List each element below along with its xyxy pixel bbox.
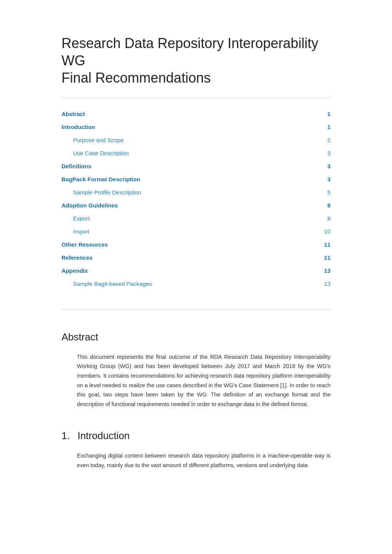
toc-page-number: 2	[323, 136, 331, 145]
introduction-body: Exchanging digital content between resea…	[77, 451, 331, 470]
toc-label[interactable]: Import	[61, 227, 90, 236]
toc-item[interactable]: Definitions3	[61, 160, 331, 173]
toc-label[interactable]: Sample Profile Description	[61, 188, 141, 197]
toc-label[interactable]: References	[61, 253, 93, 262]
toc-page-number: 11	[323, 240, 331, 249]
toc-label[interactable]: Appendix	[61, 266, 88, 275]
toc-item[interactable]: Sample Bagit-based Packages13	[61, 277, 331, 290]
toc-label[interactable]: Definitions	[61, 162, 91, 171]
toc-item[interactable]: Abstract1	[61, 108, 331, 121]
page-container: Research Data Repository Interoperabilit…	[31, 0, 361, 499]
toc-page-number: 5	[323, 188, 331, 197]
toc-page-number: 3	[323, 149, 331, 158]
toc-item[interactable]: Use Case Description3	[61, 147, 331, 160]
title-line2: Final Recommendations	[61, 70, 211, 86]
toc-label[interactable]: Purpose and Scope	[61, 136, 124, 145]
title-line1: Research Data Repository Interoperabilit…	[61, 35, 318, 68]
toc-item[interactable]: References11	[61, 251, 331, 264]
toc-page-number: 11	[323, 253, 331, 262]
toc-page-number: 1	[323, 109, 331, 119]
toc-item[interactable]: Import10	[61, 225, 331, 238]
toc-page-number: 13	[323, 279, 331, 289]
toc-page-number: 3	[323, 175, 331, 184]
toc-item[interactable]: Appendix13	[61, 264, 331, 277]
introduction-heading: 1.Introduction	[61, 428, 331, 444]
toc-label[interactable]: Introduction	[61, 123, 95, 132]
toc-item[interactable]: Adoption Guidelines8	[61, 199, 331, 212]
toc-label[interactable]: Export	[61, 214, 90, 223]
toc-item[interactable]: Introduction1	[61, 121, 331, 134]
toc-label[interactable]: Abstract	[61, 109, 85, 119]
toc-divider	[61, 310, 331, 310]
toc-page-number: 1	[323, 123, 331, 132]
toc-label[interactable]: Adoption Guidelines	[61, 201, 118, 210]
toc-label[interactable]: Other Resources	[61, 240, 108, 249]
toc-label[interactable]: Sample Bagit-based Packages	[61, 279, 152, 289]
abstract-body: This document represents the final outco…	[77, 352, 331, 409]
toc-item[interactable]: BagPack Format Description3	[61, 173, 331, 186]
toc-item[interactable]: Purpose and Scope2	[61, 134, 331, 147]
toc-page-number: 8	[323, 201, 331, 210]
toc-item[interactable]: Other Resources11	[61, 238, 331, 251]
toc-page-number: 8	[323, 214, 331, 223]
document-title: Research Data Repository Interoperabilit…	[61, 35, 331, 86]
title-divider	[61, 98, 331, 98]
toc-label[interactable]: BagPack Format Description	[61, 175, 140, 184]
toc-page-number: 13	[323, 266, 331, 275]
abstract-heading: Abstract	[61, 329, 331, 345]
toc-page-number: 3	[323, 162, 331, 171]
toc-item[interactable]: Export8	[61, 212, 331, 225]
toc-label[interactable]: Use Case Description	[61, 149, 129, 158]
toc-page-number: 10	[323, 227, 331, 236]
table-of-contents: Abstract1Introduction1Purpose and Scope2…	[61, 108, 331, 290]
toc-item[interactable]: Sample Profile Description5	[61, 186, 331, 199]
